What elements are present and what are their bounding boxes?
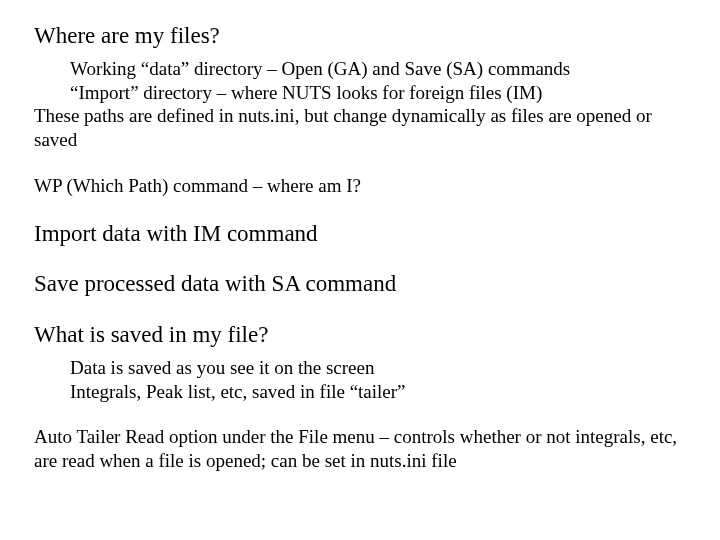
section-heading: Save processed data with SA command <box>34 270 686 299</box>
section-heading: Import data with IM command <box>34 220 686 249</box>
bullet-item: “Import” directory – where NUTS looks fo… <box>34 81 686 105</box>
paragraph: WP (Which Path) command – where am I? <box>34 174 686 198</box>
paragraph: Auto Tailer Read option under the File m… <box>34 425 686 473</box>
section-heading: Where are my files? <box>34 22 686 51</box>
bullet-item: Data is saved as you see it on the scree… <box>34 356 686 380</box>
slide-content: Where are my files? Working “data” direc… <box>0 0 720 473</box>
paragraph: These paths are defined in nuts.ini, but… <box>34 104 686 152</box>
bullet-item: Working “data” directory – Open (GA) and… <box>34 57 686 81</box>
bullet-item: Integrals, Peak list, etc, saved in file… <box>34 380 686 404</box>
section-heading: What is saved in my file? <box>34 321 686 350</box>
